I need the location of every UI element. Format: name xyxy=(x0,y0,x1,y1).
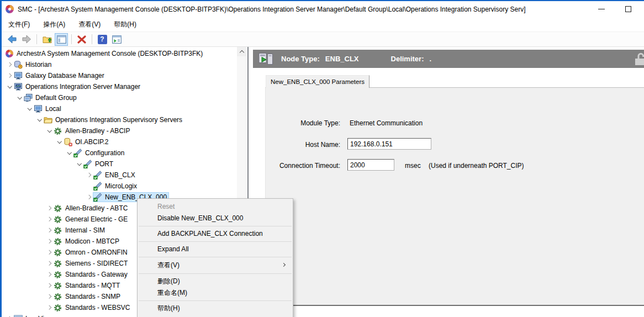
expander-expanded[interactable] xyxy=(76,160,83,168)
up-folder-icon xyxy=(43,35,52,44)
expander-collapsed[interactable] xyxy=(46,226,54,234)
menu-separator xyxy=(139,273,292,274)
tree-item-label: Log Viewer xyxy=(25,315,59,317)
tree-item-label: Configuration xyxy=(85,149,124,157)
device-node-icon xyxy=(258,52,273,66)
expander-collapsed[interactable] xyxy=(46,237,54,245)
show-console-tree-button[interactable] xyxy=(55,33,68,46)
forward-button[interactable] xyxy=(20,33,33,46)
gear-icon xyxy=(54,292,63,301)
host-name-input[interactable] xyxy=(347,138,431,150)
expander-expanded[interactable] xyxy=(16,94,24,102)
expander-collapsed[interactable] xyxy=(86,193,93,201)
menu-item-view[interactable]: 查看(V) xyxy=(138,259,293,272)
minimize-button[interactable] xyxy=(589,1,614,17)
menu-action[interactable]: 操作(A) xyxy=(36,17,72,31)
tree-item-label: Standards - WEBSVC xyxy=(65,304,130,311)
parameters-panel: Module Type: Ethernet Communication Host… xyxy=(265,87,644,306)
toolbar-separator xyxy=(71,34,72,44)
menu-item-delete[interactable]: 删除(D) xyxy=(138,276,293,287)
toolbar-separator xyxy=(36,34,37,44)
tree-item-label: Modicon - MBTCP xyxy=(65,237,119,245)
tree-item-label: OI.ABCIP.2 xyxy=(75,138,108,146)
tree-item-label: PORT xyxy=(95,160,113,168)
expander-collapsed[interactable] xyxy=(46,249,54,256)
menu-separator xyxy=(139,241,292,242)
tree-item-allen-bradley-abcip[interactable]: Allen-Bradley - ABCIP xyxy=(2,125,237,136)
tree-item-default-group[interactable]: Default Group xyxy=(2,92,237,103)
expander-collapsed[interactable] xyxy=(6,61,14,68)
expander-expanded[interactable] xyxy=(26,105,34,113)
menu-item-expand-all[interactable]: Expand All xyxy=(138,244,293,255)
menu-item-help[interactable]: 帮助(H) xyxy=(138,303,293,314)
tree-item-oi-server-manager[interactable]: Operations Integration Server Manager xyxy=(2,81,237,92)
expander-expanded[interactable] xyxy=(36,116,44,124)
parameters-tab[interactable]: New_ENB_CLX_000 Parameters xyxy=(266,75,369,88)
expander-collapsed[interactable] xyxy=(46,271,54,278)
expander-collapsed[interactable] xyxy=(46,260,54,267)
gear-icon xyxy=(54,226,63,235)
expander-collapsed[interactable] xyxy=(6,72,14,80)
tree-item-local[interactable]: Local xyxy=(2,103,237,114)
expander-collapsed[interactable] xyxy=(46,304,54,311)
menu-help[interactable]: 帮助(H) xyxy=(107,17,143,31)
menu-separator xyxy=(139,226,292,226)
tree-item-oi-abcip-2[interactable]: OI.ABCIP.2 xyxy=(2,136,237,147)
menu-item-rename[interactable]: 重命名(M) xyxy=(138,287,293,299)
menu-item-reset: Reset xyxy=(138,201,293,213)
expander-collapsed[interactable] xyxy=(46,215,54,223)
tree-item-label: Operations Integration Supervisory Serve… xyxy=(55,116,182,124)
tree-item-label: Historian xyxy=(25,61,51,68)
pen-check-icon xyxy=(93,182,103,191)
tree-item-configuration[interactable]: Configuration xyxy=(2,147,237,158)
tree-item-label: General Electric - GE xyxy=(65,215,128,223)
archestra-logo-icon xyxy=(5,4,14,14)
help-button[interactable]: ? xyxy=(96,33,109,46)
expander-collapsed[interactable] xyxy=(46,282,54,289)
expander-collapsed[interactable] xyxy=(86,171,93,179)
unlocked-padlock-icon xyxy=(634,52,644,66)
connection-timeout-input[interactable] xyxy=(347,159,394,171)
menu-item-view-label: 查看(V) xyxy=(157,261,180,269)
expander-collapsed[interactable] xyxy=(6,315,14,317)
delete-x-icon xyxy=(77,35,86,44)
tree-item-galaxy-db-manager[interactable]: Galaxy Database Manager xyxy=(2,70,237,81)
maximize-icon xyxy=(625,6,631,12)
expander-none xyxy=(86,182,93,190)
tree-item-port[interactable]: PORT xyxy=(2,158,237,170)
tree-item-label: Standards - Gateway xyxy=(65,271,128,278)
tree-item-label: Standards - MQTT xyxy=(65,282,120,289)
expander-collapsed[interactable] xyxy=(46,293,54,300)
tree-item-oi-supervisory-servers[interactable]: Operations Integration Supervisory Serve… xyxy=(2,114,237,125)
tree-item-label: Allen-Bradley - ABTC xyxy=(65,204,128,212)
tree-item-historian[interactable]: Historian xyxy=(2,59,237,70)
tree-item-label: Galaxy Database Manager xyxy=(25,72,104,80)
tree-item-micrologix[interactable]: MicroLogix xyxy=(2,181,237,192)
menu-item-disable[interactable]: Disable New_ENB_CLX_000 xyxy=(138,213,293,224)
menu-view[interactable]: 查看(V) xyxy=(72,17,107,31)
show-properties-window-button[interactable] xyxy=(110,33,123,46)
computers-group-icon xyxy=(24,93,33,102)
minimize-icon xyxy=(598,9,605,9)
expander-expanded[interactable] xyxy=(66,149,73,157)
menu-item-add-backplane-clx-connection[interactable]: Add BACKPLANE_CLX Connection xyxy=(138,228,293,240)
gear-icon xyxy=(54,270,63,279)
delete-button[interactable] xyxy=(75,33,88,46)
expander-collapsed[interactable] xyxy=(46,204,54,212)
computer-icon xyxy=(34,104,43,113)
pen-check-icon xyxy=(73,149,83,157)
scroll-up-button[interactable] xyxy=(237,47,246,56)
tree-item-label: Siemens - SIDIRECT xyxy=(65,260,128,267)
submenu-arrow-icon xyxy=(282,263,286,267)
maximize-button[interactable] xyxy=(616,1,641,17)
expander-expanded[interactable] xyxy=(46,127,54,135)
archestra-logo-icon xyxy=(5,49,14,58)
up-one-level-button[interactable] xyxy=(40,33,54,46)
tree-item-root[interactable]: ArchestrA System Management Console (DES… xyxy=(2,48,237,59)
menu-file[interactable]: 文件(F) xyxy=(2,17,36,31)
expander-expanded[interactable] xyxy=(56,138,64,146)
expander-expanded[interactable] xyxy=(6,83,14,91)
back-button[interactable] xyxy=(6,33,19,46)
tree-item-enb-clx[interactable]: ENB_CLX xyxy=(2,170,237,181)
module-type-label: Module Type: xyxy=(271,119,340,127)
